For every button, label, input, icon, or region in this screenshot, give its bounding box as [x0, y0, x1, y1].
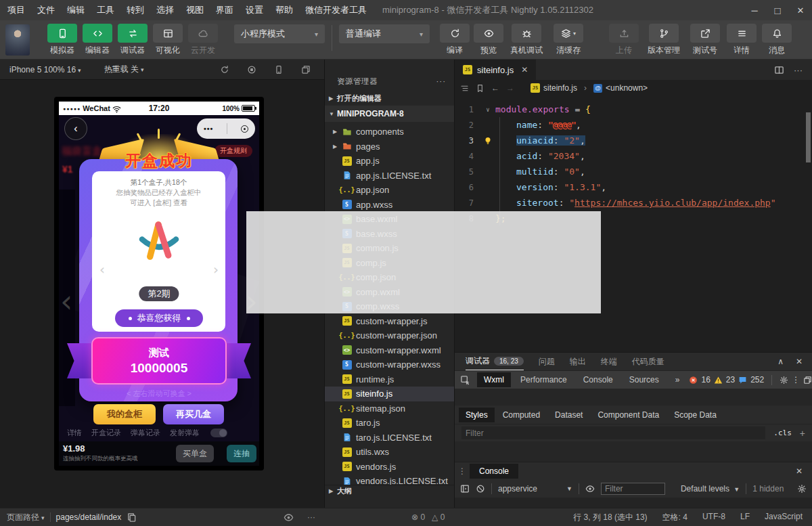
- danmaku-toggle[interactable]: [210, 429, 227, 437]
- toolbar-button-swap-icon[interactable]: 调试器: [116, 24, 149, 56]
- avatar[interactable]: [5, 24, 30, 56]
- phone-tab[interactable]: 弹幕记录: [131, 428, 160, 438]
- file-item[interactable]: ▶pages: [325, 139, 454, 154]
- file-item[interactable]: JSruntime.js: [325, 372, 454, 387]
- arrow-left-icon[interactable]: ←: [491, 83, 499, 93]
- close-icon[interactable]: ✕: [521, 65, 528, 74]
- kebab-icon[interactable]: ⋮: [792, 375, 800, 385]
- styles-filter-input[interactable]: [461, 426, 765, 439]
- more-dots-icon[interactable]: •••: [204, 125, 214, 133]
- file-item[interactable]: Scustom-wrapper.wxss: [325, 357, 454, 372]
- record-icon[interactable]: [247, 65, 256, 74]
- menu-item[interactable]: 选择: [150, 0, 180, 20]
- file-item[interactable]: JSutils.wxs: [325, 445, 454, 460]
- copy-icon[interactable]: [127, 512, 137, 523]
- menu-item[interactable]: 项目: [1, 0, 31, 20]
- back-icon[interactable]: ‹: [64, 117, 87, 140]
- console-filter-input[interactable]: [601, 483, 665, 495]
- minimize-icon[interactable]: ─: [743, 0, 766, 20]
- capsule-menu[interactable]: •••: [197, 118, 255, 139]
- cls-button[interactable]: .cls: [773, 429, 792, 437]
- bookmark-icon[interactable]: [476, 84, 484, 93]
- prize-prev-icon[interactable]: ‹: [99, 261, 105, 278]
- toolbar-button-cloud-icon[interactable]: 云开发: [187, 24, 219, 56]
- breadcrumb-file[interactable]: JS siteinfo.js: [531, 83, 577, 93]
- levels-dropdown[interactable]: Default levels ▼: [681, 484, 740, 494]
- panel-tab-调试器[interactable]: 调试器16, 23: [466, 353, 524, 370]
- editor-tab-siteinfo[interactable]: JS siteinfo.js ✕: [455, 60, 536, 80]
- split-editor-icon[interactable]: [774, 65, 784, 75]
- menu-item[interactable]: 编辑: [61, 0, 91, 20]
- indentation[interactable]: 空格: 4: [662, 512, 687, 523]
- eye-icon[interactable]: [284, 512, 294, 523]
- toolbar-button-external-icon[interactable]: 测试号: [687, 24, 723, 56]
- devtools-tab[interactable]: Console: [577, 372, 620, 387]
- editor-scrollbar[interactable]: [806, 112, 811, 162]
- eye-icon[interactable]: [585, 484, 595, 494]
- file-item[interactable]: Sapp.wxss: [325, 198, 454, 213]
- toolbar-button-upload-icon[interactable]: 上传: [608, 24, 640, 56]
- phone-tab[interactable]: 详情: [67, 428, 82, 438]
- capsule-target-icon[interactable]: [241, 125, 248, 133]
- kebab-icon[interactable]: ⋮: [455, 466, 470, 476]
- devtools-tab[interactable]: Sources: [623, 372, 666, 387]
- toolbar-button-eye-icon[interactable]: 预览: [473, 24, 504, 56]
- clear-console-icon[interactable]: [476, 484, 485, 494]
- mode-dropdown[interactable]: 小程序模式 ▾: [234, 24, 325, 43]
- prize-next-icon[interactable]: ›: [213, 261, 219, 278]
- menu-item[interactable]: 界面: [210, 0, 240, 20]
- style-tab[interactable]: Styles: [459, 408, 495, 422]
- menu-item[interactable]: 微信开发者工具: [299, 0, 373, 20]
- lightbulb-icon[interactable]: [480, 136, 495, 146]
- style-tab[interactable]: Dataset: [548, 408, 589, 422]
- gear-icon[interactable]: [780, 376, 788, 385]
- close-icon[interactable]: ✕: [796, 357, 803, 366]
- maximize-icon[interactable]: □: [766, 0, 789, 20]
- hot-reload-toggle[interactable]: 热重载 关▾: [104, 64, 144, 75]
- multi-draw-button[interactable]: 连抽: [227, 445, 256, 462]
- problems-indicator[interactable]: ⊗ 0 △ 0: [325, 512, 455, 522]
- toolbar-button-code-icon[interactable]: 编辑器: [81, 24, 114, 56]
- carousel-prev-icon[interactable]: ‹: [60, 286, 72, 317]
- file-item[interactable]: <>custom-wrapper.wxml: [325, 343, 454, 358]
- phone-tab[interactable]: 开盒记录: [91, 428, 121, 438]
- code-area[interactable]: 1∨module.exports = {2name: "@@@@",3uniac…: [455, 96, 812, 226]
- page-path-dropdown[interactable]: 页面路径▾: [7, 512, 45, 523]
- panel-tab-终端[interactable]: 终端: [601, 353, 617, 370]
- open-editors-section[interactable]: ▶ 打开的编辑器: [325, 91, 454, 106]
- toolbar-button-bell-icon[interactable]: 消息: [761, 24, 793, 56]
- my-cabinet-button[interactable]: 我的盒柜: [93, 404, 156, 424]
- toolbar-button-branch-icon[interactable]: 版本管理: [643, 24, 685, 56]
- rotate-icon[interactable]: [220, 65, 229, 74]
- devtools-tab[interactable]: Performance: [514, 372, 574, 387]
- collapse-icon[interactable]: ∧: [777, 357, 784, 366]
- style-tab[interactable]: Computed: [496, 408, 547, 422]
- file-item[interactable]: ▶components: [325, 125, 454, 139]
- toolbar-button-list-icon[interactable]: 详情: [725, 24, 758, 56]
- file-item[interactable]: taro.js.LICENSE.txt: [325, 431, 454, 445]
- menu-item[interactable]: 文件: [31, 0, 61, 20]
- ellipsis-icon[interactable]: ···: [794, 65, 803, 75]
- eol[interactable]: LF: [740, 512, 750, 523]
- buy-single-button[interactable]: 买单盒: [176, 445, 214, 462]
- console-tab[interactable]: Console: [470, 464, 518, 479]
- menu-item[interactable]: 工具: [91, 0, 120, 20]
- style-tab[interactable]: Scope Data: [667, 408, 723, 422]
- outline-section[interactable]: ▶ 大纲: [325, 485, 454, 497]
- cursor-position[interactable]: 行 3, 列 18 (选中 13): [573, 512, 647, 523]
- menu-item[interactable]: 帮助: [269, 0, 299, 20]
- toolbar-button-bug-icon[interactable]: 真机调试: [507, 24, 546, 56]
- toolbar-button-layout-icon[interactable]: 可视化: [152, 24, 184, 56]
- outline-list-icon[interactable]: [460, 84, 469, 93]
- file-item[interactable]: {..}app.json: [325, 183, 454, 198]
- language-mode[interactable]: JavaScript: [765, 512, 803, 523]
- arrow-right-icon[interactable]: →: [506, 83, 514, 93]
- devtools-tab[interactable]: Wxml: [477, 372, 511, 387]
- project-root[interactable]: ▼ MINIPROGRAM-8: [325, 106, 454, 122]
- toolbar-button-refresh-icon[interactable]: 编译: [439, 24, 470, 56]
- device-selector[interactable]: iPhone 5 100% 16▾: [9, 65, 81, 74]
- fold-icon[interactable]: ∨: [480, 106, 495, 113]
- panel-tab-问题[interactable]: 问题: [539, 353, 555, 370]
- breadcrumb-symbol[interactable]: @ <unknown>: [593, 83, 648, 93]
- close-icon[interactable]: ✕: [789, 0, 812, 20]
